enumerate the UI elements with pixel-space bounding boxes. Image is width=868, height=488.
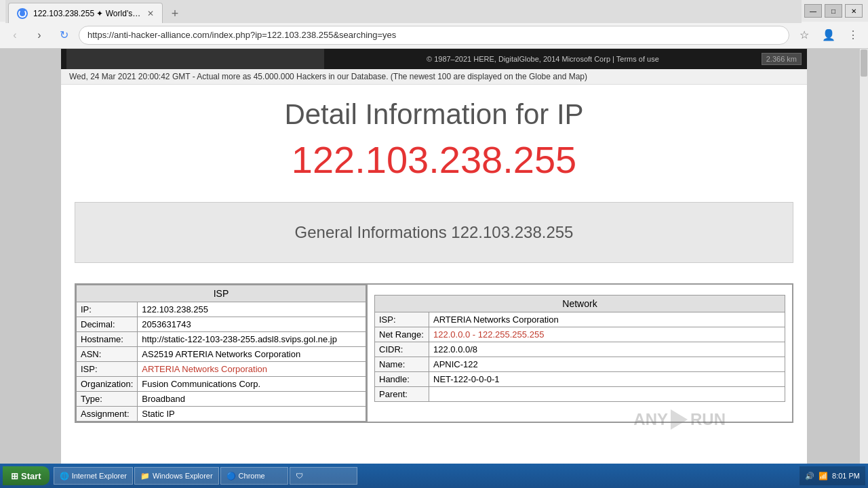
menu-icon[interactable]: ⋮ xyxy=(844,26,863,45)
network-link[interactable]: 122.0.0.0 - 122.255.255.255 xyxy=(433,329,544,340)
isp-row-label: ISP: xyxy=(77,362,138,377)
isp-row-value: http://static-122-103-238-255.adsl8.svip… xyxy=(138,332,366,347)
network-table-row: Parent: xyxy=(375,387,785,402)
isp-row-value[interactable]: ARTERIA Networks Corporation xyxy=(138,362,366,377)
page-title: Detail Information for IP xyxy=(75,98,793,131)
explorer-label: Windows Explorer xyxy=(153,472,213,480)
taskbar-item-antivirus[interactable]: 🛡 xyxy=(290,467,357,485)
isp-table: ISP IP:122.103.238.255Decimal:2053631743… xyxy=(76,285,366,422)
network-icon: 📶 xyxy=(818,472,828,481)
tab-title: 122.103.238.255 ✦ World's best IP xyxy=(33,9,142,18)
map-size: 2.366 km xyxy=(762,53,802,65)
isp-row-label: Decimal: xyxy=(77,317,138,332)
network-section: Network ISP:ARTERIA Networks Corporation… xyxy=(368,285,792,422)
forward-button[interactable]: › xyxy=(30,26,49,45)
network-row-label: ISP: xyxy=(375,312,429,327)
isp-table-row: Organization:Fusion Communications Corp. xyxy=(77,377,366,392)
isp-table-row: Assignment:Static IP xyxy=(77,407,366,422)
start-icon: ⊞ xyxy=(11,471,18,481)
back-button[interactable]: ‹ xyxy=(5,26,24,45)
taskbar-item-ie[interactable]: 🌐 Internet Explorer xyxy=(54,467,133,485)
isp-row-value: Static IP xyxy=(138,407,366,422)
page-content: © 1987–2021 HERE, DigitalGlobe, 2014 Mic… xyxy=(0,49,868,464)
isp-section: ISP IP:122.103.238.255Decimal:2053631743… xyxy=(76,285,368,422)
network-table-row: Handle:NET-122-0-0-0-1 xyxy=(375,372,785,387)
network-table-row: ISP:ARTERIA Networks Corporation xyxy=(375,312,785,327)
active-tab[interactable]: 122.103.238.255 ✦ World's best IP ✕ xyxy=(8,3,163,23)
network-row-value: NET-122-0-0-0-1 xyxy=(429,372,785,387)
copyright-text: © 1987–2021 HERE, DigitalGlobe, 2014 Mic… xyxy=(324,55,762,63)
network-table-header: Network xyxy=(375,296,785,312)
network-row-value[interactable]: 122.0.0.0 - 122.255.255.255 xyxy=(429,327,785,342)
maximize-button[interactable]: □ xyxy=(825,4,842,18)
explorer-icon: 📁 xyxy=(140,472,150,481)
isp-table-row: Hostname:http://static-122-103-238-255.a… xyxy=(77,332,366,347)
isp-table-row: ISP:ARTERIA Networks Corporation xyxy=(77,362,366,377)
isp-table-row: IP:122.103.238.255 xyxy=(77,302,366,317)
network-table-row: Name:APNIC-122 xyxy=(375,357,785,372)
network-row-value: ARTERIA Networks Corporation xyxy=(429,312,785,327)
network-table-row: CIDR:122.0.0.0/8 xyxy=(375,342,785,357)
network-table: Network ISP:ARTERIA Networks Corporation… xyxy=(374,295,785,402)
taskbar-items: 🌐 Internet Explorer 📁 Windows Explorer 🔵… xyxy=(51,467,798,485)
ie-icon: 🌐 xyxy=(60,472,69,481)
new-tab-button[interactable]: + xyxy=(165,4,184,23)
bookmark-icon[interactable]: ☆ xyxy=(795,26,814,45)
window-controls: — □ ✕ xyxy=(804,4,863,18)
url-input[interactable] xyxy=(79,26,789,45)
close-button[interactable]: ✕ xyxy=(845,4,863,18)
scrollbar-thumb[interactable] xyxy=(861,49,867,77)
isp-row-value: Broadband xyxy=(138,392,366,407)
taskbar-item-chrome[interactable]: 🔵 Chrome xyxy=(220,467,288,485)
isp-table-row: Decimal:2053631743 xyxy=(77,317,366,332)
isp-row-label: Organization: xyxy=(77,377,138,392)
address-bar: ‹ › ↻ ☆ 👤 ⋮ xyxy=(0,22,868,49)
chrome-icon: 🔵 xyxy=(226,472,236,481)
tab-close-icon[interactable]: ✕ xyxy=(147,9,154,18)
isp-row-label: IP: xyxy=(77,302,138,317)
isp-row-value: Fusion Communications Corp. xyxy=(138,377,366,392)
minimize-button[interactable]: — xyxy=(804,4,822,18)
general-info-label: General Informations 122.103.238.255 xyxy=(295,223,574,241)
network-row-label: Parent: xyxy=(375,387,429,402)
isp-row-value: 122.103.238.255 xyxy=(138,302,366,317)
network-row-value: 122.0.0.0/8 xyxy=(429,342,785,357)
refresh-button[interactable]: ↻ xyxy=(54,26,73,45)
isp-row-label: Assignment: xyxy=(77,407,138,422)
profile-icon[interactable]: 👤 xyxy=(819,26,838,45)
anyrun-watermark: ANY RUN xyxy=(633,409,726,430)
network-row-label: Handle: xyxy=(375,372,429,387)
isp-table-row: ASN:AS2519 ARTERIA Networks Corporation xyxy=(77,347,366,362)
isp-link[interactable]: ARTERIA Networks Corporation xyxy=(142,364,267,374)
isp-row-value: AS2519 ARTERIA Networks Corporation xyxy=(138,347,366,362)
network-table-row: Net Range:122.0.0.0 - 122.255.255.255 xyxy=(375,327,785,342)
network-row-label: Name: xyxy=(375,357,429,372)
taskbar-item-explorer[interactable]: 📁 Windows Explorer xyxy=(134,467,219,485)
isp-row-label: Hostname: xyxy=(77,332,138,347)
start-button[interactable]: ⊞ Start xyxy=(3,466,50,485)
isp-table-header: ISP xyxy=(77,285,366,302)
taskbar: ⊞ Start 🌐 Internet Explorer 📁 Windows Ex… xyxy=(0,464,868,488)
network-row-label: Net Range: xyxy=(375,327,429,342)
timestamp-bar: Wed, 24 Mar 2021 20:00:42 GMT - Actual m… xyxy=(61,69,807,85)
tab-favicon xyxy=(17,8,28,19)
isp-row-value: 2053631743 xyxy=(138,317,366,332)
taskbar-time: 8:01 PM xyxy=(832,472,860,480)
ip-address-title: 122.103.238.255 xyxy=(75,138,793,182)
antivirus-icon: 🛡 xyxy=(296,472,303,480)
main-content: Detail Information for IP 122.103.238.25… xyxy=(61,85,807,436)
isp-row-label: ASN: xyxy=(77,347,138,362)
network-row-value xyxy=(429,387,785,402)
map-bar: © 1987–2021 HERE, DigitalGlobe, 2014 Mic… xyxy=(61,49,807,69)
ie-label: Internet Explorer xyxy=(72,472,127,480)
isp-row-label: Type: xyxy=(77,392,138,407)
taskbar-right: 🔊 📶 8:01 PM xyxy=(800,466,865,485)
tables-section: ISP IP:122.103.238.255Decimal:2053631743… xyxy=(75,283,793,423)
network-row-label: CIDR: xyxy=(375,342,429,357)
map-area xyxy=(66,49,324,69)
scrollbar[interactable] xyxy=(860,49,868,464)
general-info-box: General Informations 122.103.238.255 xyxy=(75,202,793,263)
volume-icon: 🔊 xyxy=(805,472,814,481)
start-label: Start xyxy=(21,471,41,481)
timestamp-text: Wed, 24 Mar 2021 20:00:42 GMT - Actual m… xyxy=(69,72,587,81)
